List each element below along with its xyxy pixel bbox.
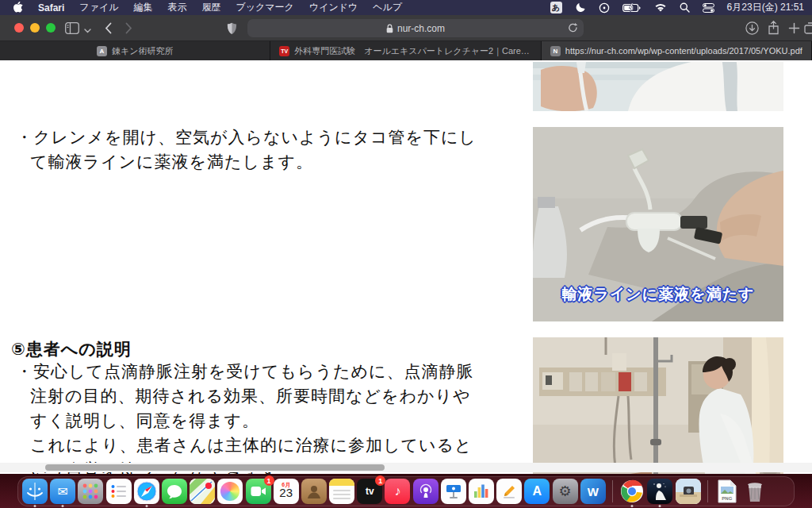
dock-separator [707, 480, 708, 502]
dock-item-messages[interactable] [162, 479, 187, 504]
dock-item-facetime[interactable]: 1 [246, 479, 271, 504]
tab-title: 外科専門医試験 オールエキスパートレクチャー2｜CareNeTV [294, 45, 531, 57]
video-subtitle: 輸液ラインに薬液を満たす [533, 284, 783, 305]
dock-item-pages[interactable] [496, 479, 522, 504]
dock-item-png-file[interactable]: PNG [714, 479, 740, 504]
notification-badge: 1 [375, 475, 385, 486]
dock-item-numbers[interactable] [469, 479, 494, 504]
menu-view[interactable]: 表示 [167, 1, 186, 14]
desktop-strip: ✉ 1 6月 23 [0, 474, 812, 508]
dock-item-kindle[interactable] [647, 479, 672, 504]
dock-item-contacts[interactable] [301, 479, 327, 504]
tab-favicon: TV [279, 46, 289, 56]
pdf-text-line: て輸液ラインに薬液を満たします。 [16, 150, 477, 175]
word-icon: W [588, 485, 599, 498]
address-url: nur-ch.com [397, 23, 445, 34]
sidebar-icon[interactable] [65, 21, 79, 35]
menu-window[interactable]: ウインドウ [309, 1, 358, 14]
calendar-day: 23 [274, 486, 299, 499]
dock-item-settings[interactable]: ⚙ [553, 479, 578, 504]
search-icon[interactable] [680, 2, 690, 13]
photos-icon [220, 482, 239, 501]
dock: ✉ 1 6月 23 [17, 476, 795, 506]
dock-item-preview[interactable] [676, 479, 701, 504]
tab-carenetv[interactable]: TV 外科専門医試験 オールエキスパートレクチャー2｜CareNeTV [270, 41, 541, 60]
dock-item-chrome[interactable] [619, 479, 645, 504]
menubar-app-name[interactable]: Safari [38, 2, 64, 13]
share-icon[interactable] [768, 21, 779, 35]
apple-logo-icon[interactable] [13, 2, 23, 13]
pdf-paragraph-priming: ・クレンメを開け、空気が入らないようにタコ管を下にし て輸液ラインに薬液を満たし… [16, 125, 477, 175]
new-tab-icon[interactable] [788, 21, 800, 35]
moon-icon[interactable] [575, 2, 586, 13]
dock-item-word[interactable]: W [580, 479, 606, 504]
dock-separator [612, 480, 613, 502]
appstore-icon: A [533, 484, 542, 498]
control-center-icon[interactable] [703, 3, 714, 13]
menu-file[interactable]: ファイル [79, 1, 118, 14]
tab-overview-icon[interactable] [804, 21, 812, 35]
reload-icon[interactable] [568, 22, 578, 36]
dock-item-mail[interactable]: ✉ [50, 479, 75, 504]
menubar-clock[interactable]: 6月23日(金) 21:51 [727, 1, 804, 14]
wifi-icon[interactable] [654, 3, 667, 13]
battery-charging-icon[interactable] [622, 3, 642, 13]
dock-item-reminders[interactable] [106, 479, 132, 504]
menu-bar: Safari ファイル 編集 表示 履歴 ブックマーク ウインドウ ヘルプ あ … [0, 0, 812, 15]
dock-item-tv[interactable]: tv 1 [357, 479, 382, 504]
tab-favicon: N [550, 46, 561, 56]
forward-icon[interactable] [125, 21, 132, 35]
dock-item-photos[interactable] [217, 479, 243, 504]
notification-badge: 1 [264, 475, 274, 486]
dock-item-music[interactable]: ♪ [385, 479, 410, 504]
input-source-menu[interactable]: あ [550, 2, 562, 13]
pdf-text-line: ・安心して点滴静脈注射を受けてもらうために、点滴静脈 [16, 360, 473, 384]
pdf-text-line: 注射の目的、期待される効果、所要時間などをわかりや [16, 384, 473, 409]
menu-help[interactable]: ヘルプ [373, 1, 402, 14]
tab-renkin-lab[interactable]: A 錬キン術研究所 [0, 41, 270, 60]
dock-item-appstore[interactable]: A [524, 479, 550, 504]
menu-history[interactable]: 履歴 [201, 1, 220, 14]
notes-line [333, 498, 350, 499]
dock-item-notes[interactable] [329, 479, 354, 504]
running-indicator [659, 505, 661, 507]
safari-toolbar: nur-ch.com [0, 15, 812, 41]
dock-item-maps[interactable] [190, 479, 215, 504]
dock-item-finder[interactable] [22, 479, 48, 504]
dock-item-podcasts[interactable] [413, 479, 439, 504]
zoom-window-button[interactable] [46, 23, 56, 33]
dock-item-launchpad[interactable] [78, 479, 103, 504]
pdf-image-bedside-explanation [533, 337, 783, 474]
dock-item-calendar[interactable]: 6月 23 [274, 479, 299, 504]
running-indicator [145, 505, 147, 507]
back-icon[interactable] [105, 21, 112, 35]
menu-bookmarks[interactable]: ブックマーク [236, 1, 293, 14]
music-note-icon: ♪ [394, 484, 400, 498]
address-bar[interactable]: nur-ch.com [247, 19, 584, 37]
pdf-page: ・クレンメを開け、空気が入らないようにタコ管を下にし て輸液ラインに薬液を満たし… [0, 60, 812, 474]
tab-favicon: A [97, 46, 107, 56]
tab-title: https://nur-ch.com/wp/wp-content/uploads… [565, 46, 802, 56]
menu-edit[interactable]: 編集 [133, 1, 152, 14]
dock-item-trash[interactable] [742, 479, 768, 504]
running-indicator [631, 505, 634, 507]
gear-icon: ⚙ [558, 483, 571, 500]
dock-item-safari[interactable] [134, 479, 159, 504]
running-indicator [34, 505, 36, 507]
dock-item-keynote[interactable] [441, 479, 466, 504]
horizontal-scrollbar[interactable] [0, 463, 812, 472]
pdf-text-line: すく説明し、同意を得ます。 [16, 409, 473, 433]
pdf-paragraph-explanation: ・安心して点滴静脈注射を受けてもらうために、点滴静脈 注射の目的、期待される効果… [16, 360, 473, 474]
privacy-shield-icon[interactable] [227, 21, 237, 36]
chevron-down-icon[interactable] [84, 24, 91, 38]
minimize-window-button[interactable] [30, 23, 40, 33]
pdf-heading-patient-explanation: ⑤患者への説明 [11, 337, 132, 361]
horizontal-scrollbar-thumb[interactable] [45, 464, 385, 471]
close-window-button[interactable] [14, 23, 24, 33]
tv-icon: tv [366, 486, 374, 497]
tab-yoku-pdf[interactable]: N https://nur-ch.com/wp/wp-content/uploa… [542, 41, 812, 60]
notes-line [333, 494, 350, 495]
status-menu-icon[interactable] [599, 2, 610, 13]
running-indicator [62, 505, 64, 507]
download-icon[interactable] [745, 21, 759, 35]
